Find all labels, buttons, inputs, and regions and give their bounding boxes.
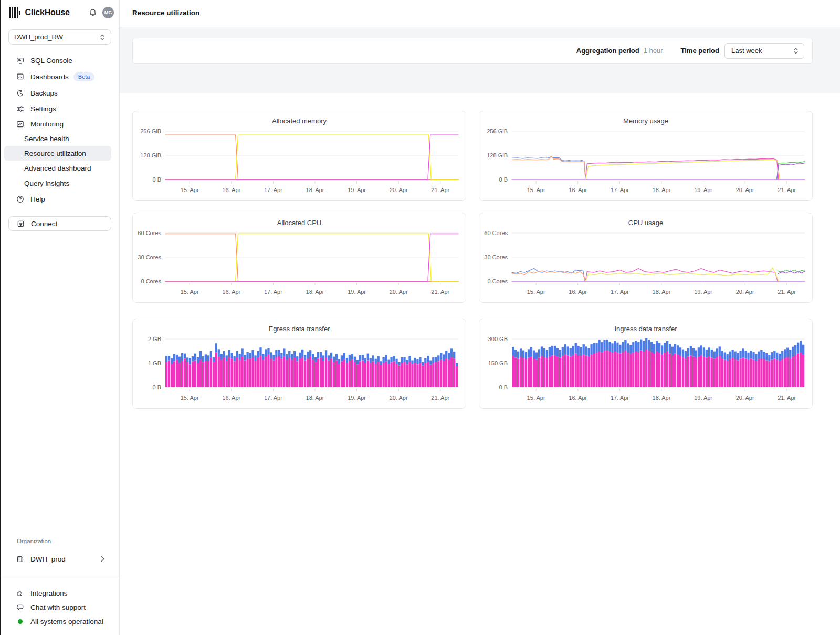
svg-text:16. Apr: 16. Apr <box>222 289 240 295</box>
svg-text:300 GB: 300 GB <box>488 336 508 342</box>
svg-text:21. Apr: 21. Apr <box>778 187 796 193</box>
svg-text:15. Apr: 15. Apr <box>181 395 199 401</box>
svg-text:18. Apr: 18. Apr <box>653 395 671 401</box>
sidebar-item-label: Service health <box>24 135 69 143</box>
chart-card-egress-data-transfer: 2 GB1 GB0 B15. Apr16. Apr17. Apr18. Apr1… <box>132 319 466 409</box>
sidebar-item-resource-utilization[interactable]: Resource utilization <box>4 146 111 161</box>
chart-title: Egress data transfer <box>133 325 466 333</box>
svg-text:17. Apr: 17. Apr <box>611 395 629 401</box>
svg-text:18. Apr: 18. Apr <box>306 395 324 401</box>
charts-grid: 256 GiB128 GiB0 B15. Apr16. Apr17. Apr18… <box>132 111 813 410</box>
window-edge <box>0 0 1 635</box>
svg-text:17. Apr: 17. Apr <box>264 289 282 295</box>
svg-text:18. Apr: 18. Apr <box>306 187 324 193</box>
aggregation-period-label: Aggregation period <box>576 47 639 55</box>
sidebar-item-advanced-dashboard[interactable]: Advanced dashboard <box>4 161 111 175</box>
svg-text:256 GiB: 256 GiB <box>487 128 508 134</box>
svg-text:256 GiB: 256 GiB <box>140 128 161 134</box>
sidebar-item-service-health[interactable]: Service health <box>4 131 111 146</box>
brand-name: ClickHouse <box>25 8 70 17</box>
svg-text:16. Apr: 16. Apr <box>569 289 587 295</box>
svg-text:16. Apr: 16. Apr <box>569 395 587 401</box>
svg-text:0 Cores: 0 Cores <box>141 278 161 284</box>
footer-item-label: Integrations <box>30 589 68 597</box>
svg-text:18. Apr: 18. Apr <box>306 289 324 295</box>
connect-label: Connect <box>31 220 57 228</box>
svg-text:17. Apr: 17. Apr <box>264 395 282 401</box>
time-period-value: Last week <box>731 47 793 55</box>
sidebar-item-backups[interactable]: Backups <box>4 86 111 100</box>
chart-card-cpu-usage: 60 Cores30 Cores0 Cores15. Apr16. Apr17.… <box>479 213 813 303</box>
sidebar-item-monitoring[interactable]: Monitoring <box>4 117 111 131</box>
page-title: Resource utilization <box>132 9 200 17</box>
page-header: Resource utilization <box>120 0 840 26</box>
svg-text:16. Apr: 16. Apr <box>222 395 240 401</box>
svg-text:18. Apr: 18. Apr <box>653 289 671 295</box>
svg-text:17. Apr: 17. Apr <box>264 187 282 193</box>
svg-text:19. Apr: 19. Apr <box>694 395 712 401</box>
svg-text:0 B: 0 B <box>152 176 161 183</box>
svg-text:60 Cores: 60 Cores <box>484 230 508 236</box>
svg-text:19. Apr: 19. Apr <box>348 289 366 295</box>
sidebar-item-label: SQL Console <box>30 57 72 65</box>
svg-text:0 B: 0 B <box>499 176 508 183</box>
system-status[interactable]: All systems operational <box>4 615 116 628</box>
chevron-up-down-icon <box>99 34 106 41</box>
chart-title: Memory usage <box>479 117 812 125</box>
sidebar-item-query-insights[interactable]: Query insights <box>4 176 111 190</box>
connect-button[interactable]: Connect <box>8 216 111 231</box>
sidebar-item-chat-support[interactable]: Chat with support <box>4 600 116 614</box>
sidebar-item-label: Dashboards <box>30 73 69 81</box>
chart-title: CPU usage <box>479 219 812 227</box>
notifications-bell-icon[interactable] <box>89 8 97 17</box>
time-period-label: Time period <box>681 47 719 55</box>
svg-text:20. Apr: 20. Apr <box>736 187 754 193</box>
main-content: Resource utilization Aggregation period … <box>120 0 840 635</box>
aggregation-period-value: 1 hour <box>644 47 663 55</box>
svg-text:15. Apr: 15. Apr <box>527 289 545 295</box>
toolbar: Aggregation period 1 hour Time period La… <box>132 38 813 64</box>
organization-heading: Organization <box>17 538 51 544</box>
svg-text:1 GB: 1 GB <box>148 360 161 366</box>
svg-text:19. Apr: 19. Apr <box>694 289 712 295</box>
user-avatar[interactable]: MG <box>102 7 114 18</box>
chevron-right-icon <box>100 556 105 562</box>
chart-title: Allocated memory <box>133 117 466 125</box>
sidebar-item-label: Resource utilization <box>24 150 86 157</box>
sidebar-item-integrations[interactable]: Integrations <box>4 586 116 600</box>
svg-text:2 GB: 2 GB <box>148 336 161 342</box>
svg-text:18. Apr: 18. Apr <box>653 187 671 193</box>
svg-text:20. Apr: 20. Apr <box>390 187 408 193</box>
service-selector-value: DWH_prod_RW <box>14 33 99 41</box>
svg-text:20. Apr: 20. Apr <box>390 395 408 401</box>
sidebar: ClickHouse MG DWH_prod_RW SQL Console <box>0 0 120 635</box>
chart-card-allocated-cpu: 60 Cores30 Cores0 Cores15. Apr16. Apr17.… <box>132 213 466 303</box>
sidebar-item-dashboards[interactable]: Dashboards Beta <box>4 69 111 84</box>
service-selector[interactable]: DWH_prod_RW <box>8 29 111 45</box>
svg-text:16. Apr: 16. Apr <box>222 187 240 193</box>
organization-switcher[interactable]: DWH_prod <box>4 552 111 566</box>
integrations-puzzle-icon <box>16 589 24 597</box>
console-icon <box>16 57 24 65</box>
sidebar-item-sql-console[interactable]: SQL Console <box>4 53 111 68</box>
svg-text:15. Apr: 15. Apr <box>181 187 199 193</box>
svg-text:15. Apr: 15. Apr <box>181 289 199 295</box>
sidebar-item-help[interactable]: Help <box>4 192 111 206</box>
time-period-select[interactable]: Last week <box>724 43 804 59</box>
sidebar-divider <box>0 576 120 576</box>
sidebar-item-label: Help <box>30 195 45 203</box>
svg-text:30 Cores: 30 Cores <box>484 254 508 260</box>
sidebar-item-settings[interactable]: Settings <box>4 101 111 116</box>
sidebar-item-label: Monitoring <box>30 120 64 128</box>
chart-title: Ingress data transfer <box>479 325 812 333</box>
svg-text:19. Apr: 19. Apr <box>348 395 366 401</box>
settings-sliders-icon <box>16 105 24 113</box>
chart-title: Allocated CPU <box>133 219 466 227</box>
chevron-up-down-icon <box>793 47 799 55</box>
clickhouse-logo-icon <box>9 7 20 18</box>
svg-text:0 Cores: 0 Cores <box>487 278 508 284</box>
svg-text:15. Apr: 15. Apr <box>527 395 545 401</box>
footer-item-label: Chat with support <box>30 604 86 611</box>
status-dot <box>18 619 23 624</box>
chat-bubble-icon <box>16 604 24 611</box>
